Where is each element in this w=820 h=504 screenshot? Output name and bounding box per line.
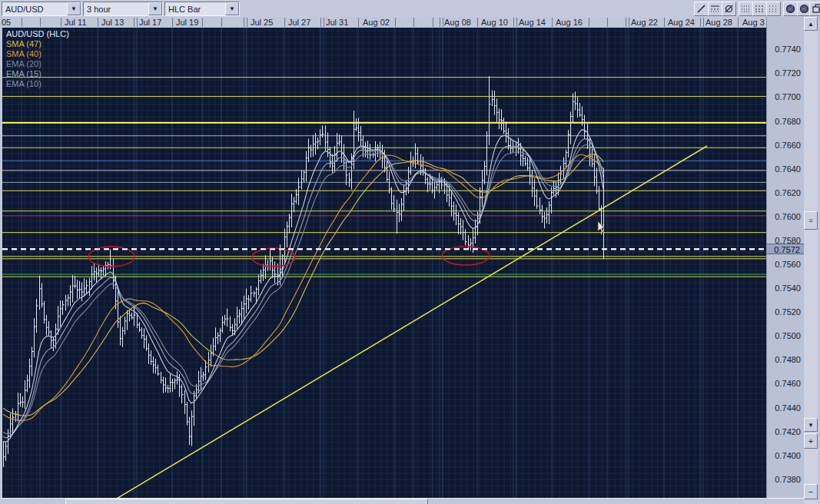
dashed-lines-icon[interactable] xyxy=(708,2,722,16)
chart-legend: AUD/USD (HLC)SMA (47)SMA (40)EMA (20)EMA… xyxy=(6,29,69,89)
price-tick-label: 0.7520 xyxy=(767,307,801,317)
vertical-scrollbar[interactable]: ▲ ≡ ▼ + − xyxy=(804,17,818,504)
time-axis-label: Jul 25 xyxy=(251,18,273,27)
price-tick-label: 0.7600 xyxy=(767,212,801,221)
null-circle-icon[interactable] xyxy=(722,2,736,16)
charttype-select-value: HLC Bar xyxy=(165,5,225,14)
line-tool-icon[interactable] xyxy=(694,2,709,16)
hlc-bars xyxy=(4,76,606,467)
symbol-select[interactable]: AUD/USD ▼ xyxy=(2,2,81,16)
time-axis-tick xyxy=(61,18,61,27)
price-tick-label: 0.7540 xyxy=(767,284,801,293)
scroll-up-button[interactable]: ▲ xyxy=(804,17,818,31)
time-axis-tick xyxy=(443,18,443,27)
timeframe-select[interactable]: 3 hour ▼ xyxy=(83,2,163,16)
price-tick-label: 0.7640 xyxy=(767,164,801,174)
time-axis-label: Aug 22 xyxy=(631,18,658,27)
time-axis-label: Aug 08 xyxy=(444,18,471,27)
price-tick-label: 0.7720 xyxy=(767,68,801,78)
time-axis-tick xyxy=(413,18,414,27)
cascade-windows-icon[interactable] xyxy=(809,2,820,16)
dotted-grid-icon-1[interactable] xyxy=(739,2,753,16)
chevron-down-icon[interactable]: ▼ xyxy=(148,2,162,15)
time-axis-tick xyxy=(589,18,589,27)
scroll-down-button[interactable]: ▼ xyxy=(804,418,818,432)
scrollbar-thumb[interactable]: ≡ xyxy=(804,211,818,230)
horizontal-scrollbar[interactable] xyxy=(0,498,804,504)
time-axis-label: Aug 02 xyxy=(363,18,390,27)
time-axis-tick xyxy=(137,18,138,27)
time-axis[interactable]: 05Jul 11Jul 13Jul 17Jul 19Jul 25Jul 27Ju… xyxy=(0,17,804,28)
time-axis-tick xyxy=(626,18,626,27)
time-axis-tick xyxy=(320,18,321,27)
time-axis-label: Jul 31 xyxy=(326,18,348,27)
chart-grid xyxy=(2,28,766,498)
time-axis-label: Jul 19 xyxy=(176,18,198,27)
price-tick-label: 0.7460 xyxy=(767,379,801,388)
time-axis-tick xyxy=(440,18,440,27)
legend-item: EMA (20) xyxy=(6,59,69,69)
dotted-grid-icon-2[interactable] xyxy=(752,2,767,16)
time-axis-tick xyxy=(134,18,134,27)
zoom-in-button[interactable]: + xyxy=(804,433,818,449)
time-axis-tick xyxy=(98,18,98,27)
legend-item: AUD/USD (HLC) xyxy=(6,29,69,39)
time-axis-label: Aug 10 xyxy=(481,18,508,27)
legend-item: EMA (10) xyxy=(6,79,69,89)
chevron-down-icon[interactable]: ▼ xyxy=(67,2,81,15)
zoom-out-button[interactable]: − xyxy=(804,484,818,499)
chart-canvas[interactable] xyxy=(2,28,766,498)
time-axis-label: Aug 14 xyxy=(519,18,546,27)
pattern-circle-icon-1[interactable] xyxy=(783,2,798,16)
time-axis-label: Jul 11 xyxy=(65,18,87,27)
time-axis-label: 05 xyxy=(2,18,11,27)
price-tick-label: 0.7660 xyxy=(767,141,801,150)
time-axis-tick xyxy=(324,18,324,27)
legend-item: SMA (40) xyxy=(6,49,69,59)
scrollbar-thumb[interactable] xyxy=(65,499,428,504)
time-axis-tick xyxy=(22,18,22,27)
timeframe-select-value: 3 hour xyxy=(84,5,148,14)
time-axis-tick xyxy=(664,18,665,27)
time-axis-label: Jul 27 xyxy=(288,18,310,27)
time-axis-label: Aug 28 xyxy=(705,18,732,27)
time-axis-tick xyxy=(395,18,396,27)
time-axis-tick xyxy=(477,18,478,27)
time-axis-label: Aug 3 xyxy=(742,18,765,27)
time-axis-tick xyxy=(284,18,285,27)
time-axis-tick xyxy=(700,18,701,27)
time-axis-tick xyxy=(607,18,608,27)
charttype-select[interactable]: HLC Bar ▼ xyxy=(164,2,240,16)
price-tick-label: 0.7620 xyxy=(767,188,801,197)
time-axis-label: Aug 16 xyxy=(556,18,583,27)
time-axis-tick xyxy=(40,18,41,27)
legend-item: SMA (47) xyxy=(6,39,69,49)
time-axis-tick xyxy=(516,18,517,27)
current-price-tag: 0.7572 xyxy=(767,244,804,254)
price-tick-label: 0.7700 xyxy=(767,92,801,101)
price-tick-label: 0.7380 xyxy=(767,475,801,484)
price-tick-label: 0.7680 xyxy=(767,117,801,126)
time-axis-tick xyxy=(513,18,514,27)
time-axis-label: Jul 17 xyxy=(139,18,161,27)
dotted-grid-icon-3[interactable] xyxy=(766,2,781,16)
price-tick-label: 0.7440 xyxy=(767,403,801,413)
price-tick-label: 0.7420 xyxy=(767,427,801,436)
chevron-down-icon[interactable]: ▼ xyxy=(225,2,239,15)
trendline xyxy=(108,146,707,498)
legend-item: EMA (15) xyxy=(6,69,69,79)
time-axis-tick xyxy=(738,18,739,27)
time-axis-tick xyxy=(172,18,173,27)
time-axis-tick xyxy=(552,18,553,27)
price-tick-label: 0.7400 xyxy=(767,451,801,460)
time-axis-tick xyxy=(629,18,629,27)
time-axis-tick xyxy=(244,18,244,27)
time-axis-tick xyxy=(433,18,433,27)
time-axis-tick xyxy=(703,18,704,27)
time-axis-tick xyxy=(358,18,359,27)
toolbar: AUD/USD ▼ 3 hour ▼ HLC Bar ▼ xyxy=(0,0,820,18)
time-axis-tick xyxy=(247,18,247,27)
time-axis-tick xyxy=(202,18,203,27)
symbol-select-value: AUD/USD xyxy=(2,5,67,14)
price-axis[interactable]: 0.7572 0.77400.77200.77000.76800.76600.7… xyxy=(766,17,805,498)
